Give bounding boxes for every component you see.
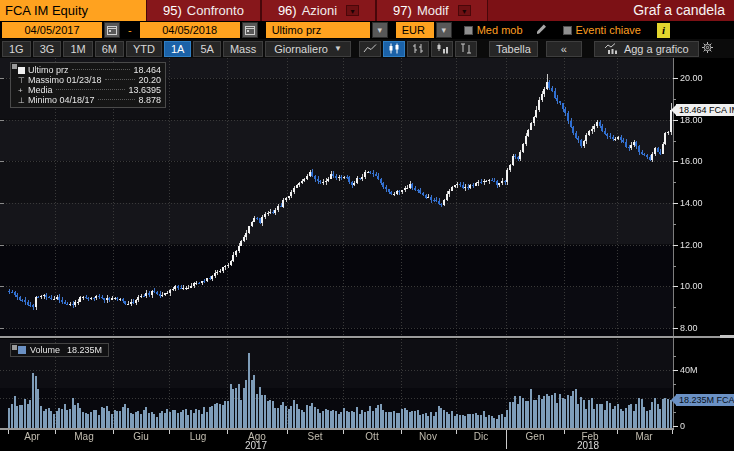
mean-marker-icon: + [18,86,28,95]
range-5a-button[interactable]: 5A [193,41,220,57]
menu-azioni[interactable]: 96) Azioni ▾ [261,0,376,21]
range-6m-button[interactable]: 6M [95,41,124,57]
legend-label: Ultimo prz [28,65,69,75]
dotted-leader [72,69,131,70]
legend-label: Minimo 04/18/17 [28,95,95,105]
controls-bar: - Ultimo prz ▾ EUR ▾ Med mob Eventi chia… [0,21,734,39]
date-from-input[interactable] [2,22,102,38]
price-volume-chart-canvas[interactable] [0,58,734,451]
menu-label: Confronto [187,3,244,18]
info-icon[interactable]: i [657,23,670,38]
collapse-panel-button[interactable]: « [546,41,582,57]
menu-confronto[interactable]: 95) Confronto [146,0,261,21]
price-field-select[interactable]: Ultimo prz [266,22,370,38]
candle-volume-chart-type-button[interactable] [431,41,453,57]
menu-number: 96) [278,3,297,18]
price-legend[interactable]: Ultimo prz 18.464 ⊤ Massimo 01/23/18 20.… [10,62,166,108]
legend-drag-handle[interactable] [12,64,17,69]
chart-toolbar: 1G 3G 1M 6M YTD 1A 5A Mass Giornaliero ▼… [0,39,734,58]
chevron-down-icon: ▼ [334,44,342,53]
menu-number: 97) [393,3,412,18]
med-mob-checkbox[interactable] [464,26,473,35]
ohlc-bars-icon [411,43,425,54]
menu-modif[interactable]: 97) Modif ▾ [376,0,488,21]
menu-label: Modif [417,3,449,18]
legend-label: Media [28,85,53,95]
range-1m-button[interactable]: 1M [63,41,92,57]
add-to-chart-button[interactable]: Agg a grafico [594,41,699,57]
calendar-icon[interactable] [104,22,120,38]
ticker-input[interactable]: FCA IM Equity [0,0,146,21]
volume-swatch-icon [18,346,26,354]
eventi-chiave-checkbox[interactable] [563,26,572,35]
add-chart-icon [604,43,619,54]
low-marker-icon: ⊥ [18,96,28,105]
range-3g-button[interactable]: 3G [33,41,62,57]
candle-volume-icon [435,43,449,54]
legend-drag-handle[interactable] [12,345,17,350]
volume-legend[interactable]: Volume 18.235M [10,343,109,357]
dotted-leader [98,99,136,100]
legend-value: 13.6395 [128,85,161,95]
chevron-down-icon[interactable]: ▾ [458,5,471,16]
volume-legend-label: Volume [30,345,60,355]
gear-icon[interactable] [701,41,714,57]
legend-row-media: + Media 13.6395 [18,85,161,95]
last-price-swatch-icon [18,67,25,74]
menu-number: 95) [163,3,182,18]
hilo-chart-type-button[interactable] [455,41,477,57]
legend-row-minimo: ⊥ Minimo 04/18/17 8.878 [18,95,161,105]
med-mob-label: Med mob [477,24,523,36]
dotted-leader [105,79,136,80]
menu-label: Azioni [302,3,337,18]
period-label: Giornaliero [274,43,328,55]
hilo-bars-icon [459,43,473,54]
date-range-separator: - [120,24,140,36]
chevron-down-icon[interactable]: ▾ [436,22,452,38]
line-chart-type-button[interactable] [359,41,381,57]
menu-bar: 95) Confronto 96) Azioni ▾ 97) Modif ▾ G… [146,0,734,21]
legend-value: 8.878 [138,95,161,105]
last-price-flag: 18.464 FCA IM [676,104,734,116]
dotted-leader [56,89,126,90]
chart-region: 20.0018.0016.0014.0012.0010.008.0040M0Ap… [0,58,734,451]
ohlc-chart-type-button[interactable] [407,41,429,57]
high-marker-icon: ⊤ [18,76,28,85]
eventi-chiave-label: Eventi chiave [576,24,641,36]
calendar-icon[interactable] [242,22,258,38]
range-1g-button[interactable]: 1G [2,41,31,57]
pencil-icon[interactable] [531,22,551,38]
currency-select[interactable]: EUR [396,22,434,38]
legend-label: Massimo 01/23/18 [28,75,102,85]
legend-row-ultimo: Ultimo prz 18.464 [18,65,161,75]
range-mass-button[interactable]: Mass [223,41,263,57]
page-title: Graf a candela [633,0,734,21]
date-to-input[interactable] [140,22,240,38]
candlestick-chart-type-button[interactable] [383,41,405,57]
candlestick-icon [387,43,401,54]
title-bar: FCA IM Equity 95) Confronto 96) Azioni ▾… [0,0,734,21]
legend-row-massimo: ⊤ Massimo 01/23/18 20.20 [18,75,161,85]
last-volume-flag: 18.235M FCA IM [676,394,734,406]
line-chart-icon [363,43,377,54]
range-1a-button[interactable]: 1A [164,41,191,57]
legend-value: 18.464 [133,65,161,75]
add-to-chart-label: Agg a grafico [624,43,689,55]
volume-legend-value: 18.235M [67,345,102,355]
chevron-down-icon[interactable]: ▾ [346,5,359,16]
period-select[interactable]: Giornaliero ▼ [265,41,351,57]
chevron-down-icon[interactable]: ▾ [372,22,388,38]
range-ytd-button[interactable]: YTD [126,41,162,57]
legend-value: 20.20 [138,75,161,85]
table-button[interactable]: Tabella [489,41,538,57]
